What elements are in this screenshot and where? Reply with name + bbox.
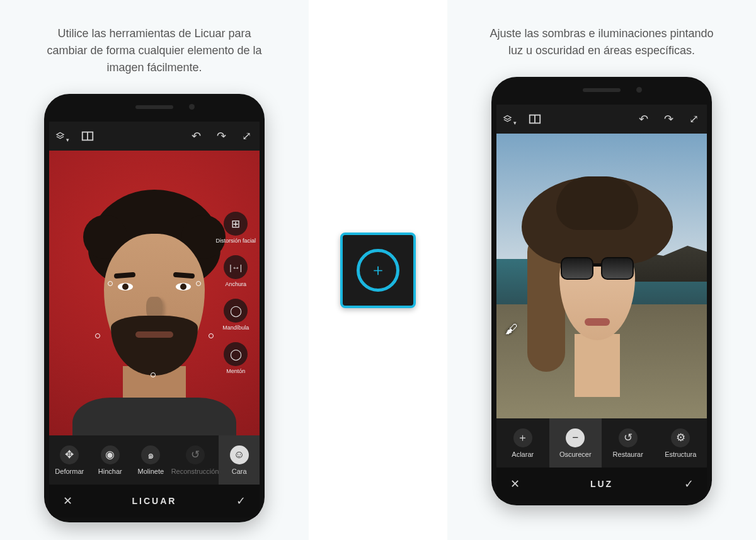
app-topbar: ▾ ↶ ↷ ⤢ xyxy=(496,105,707,134)
bloat-icon: ◉ xyxy=(101,445,120,464)
chin-icon: ◯ xyxy=(224,342,248,366)
layers-icon[interactable]: ▾ xyxy=(503,112,517,126)
phone-mock-right: ▾ ↶ ↷ ⤢ xyxy=(491,77,712,505)
tool-face[interactable]: ☺ Cara xyxy=(219,435,260,485)
face-icon: ☺ xyxy=(230,445,249,464)
panel-liquify: Utilice las herramientas de Licuar para … xyxy=(0,0,309,540)
side-tool-width[interactable]: |↔| Anchura xyxy=(224,255,248,287)
tool-row: ✥ Deformar ◉ Hinchar ๑ Molinete ↺ Recons… xyxy=(49,435,260,485)
confirm-button[interactable]: ✓ xyxy=(682,477,696,491)
face-tool-column: ⊞ Distorsión facial |↔| Anchura ◯ Mandíb… xyxy=(215,212,256,374)
chevron-down-icon: ▾ xyxy=(66,137,69,143)
compare-icon[interactable] xyxy=(528,112,542,126)
panel-light: Ajuste las sombras e iluminaciones pinta… xyxy=(447,0,756,540)
warp-icon: ✥ xyxy=(60,445,79,464)
face-marker[interactable] xyxy=(196,281,201,286)
tool-lighten[interactable]: ＋ Aclarar xyxy=(496,418,549,468)
landscape-photo xyxy=(496,134,707,418)
side-tool-chin[interactable]: ◯ Mentón xyxy=(224,342,248,374)
layers-icon[interactable]: ▾ xyxy=(55,129,69,143)
tool-structure[interactable]: ⚙ Estructura xyxy=(655,418,707,468)
grid-warp-icon: ⊞ xyxy=(224,212,248,236)
confirm-bar: ✕ LUZ ✓ xyxy=(496,468,707,500)
tool-twirl[interactable]: ๑ Molinete xyxy=(130,435,171,485)
side-tool-distorsion[interactable]: ⊞ Distorsión facial xyxy=(215,212,256,244)
tool-label: Aclarar xyxy=(512,451,534,458)
tool-row: ＋ Aclarar − Oscurecer ↺ Restaurar ⚙ Estr… xyxy=(496,418,707,468)
side-tool-label: Mandíbula xyxy=(222,325,249,331)
close-button[interactable]: ✕ xyxy=(60,494,74,508)
tool-label: Oscurecer xyxy=(559,451,592,458)
tool-darken[interactable]: − Oscurecer xyxy=(549,418,602,468)
mode-title: LICUAR xyxy=(132,496,177,506)
tool-label: Molinete xyxy=(138,468,164,475)
redo-icon[interactable]: ↷ xyxy=(662,112,675,126)
confirm-bar: ✕ LICUAR ✓ xyxy=(49,485,260,517)
center-column: ＋ xyxy=(309,0,447,540)
mode-title: LUZ xyxy=(590,479,613,489)
tool-label: Reconstrucción xyxy=(171,468,219,475)
face-marker[interactable] xyxy=(151,372,156,377)
compare-icon[interactable] xyxy=(81,129,94,143)
app-topbar: ▾ ↶ ↷ ⤢ xyxy=(49,122,260,151)
side-tool-label: Distorsión facial xyxy=(215,238,256,244)
heal-plus-icon: ＋ xyxy=(357,249,399,292)
fullscreen-icon[interactable]: ⤢ xyxy=(687,112,701,126)
redo-icon[interactable]: ↷ xyxy=(214,129,228,143)
caption-left: Utilice las herramientas de Licuar para … xyxy=(41,25,268,76)
close-button[interactable]: ✕ xyxy=(508,477,522,491)
undo-icon[interactable]: ↶ xyxy=(636,112,650,126)
tool-label: Deformar xyxy=(55,468,84,475)
fullscreen-icon[interactable]: ⤢ xyxy=(239,129,253,143)
editor-canvas[interactable]: 🖌 xyxy=(496,134,707,418)
jaw-icon: ◯ xyxy=(224,299,248,323)
brush-icon: 🖌 xyxy=(505,322,518,336)
app-icon: ＋ xyxy=(340,233,416,308)
tool-label: Estructura xyxy=(665,451,696,458)
tool-reconstruct: ↺ Reconstrucción xyxy=(171,435,219,485)
face-marker[interactable] xyxy=(108,281,113,286)
undo-icon[interactable]: ↶ xyxy=(189,129,203,143)
caption-right: Ajuste las sombras e iluminaciones pinta… xyxy=(488,25,715,59)
tool-label: Hinchar xyxy=(98,468,122,475)
chevron-down-icon: ▾ xyxy=(513,120,517,126)
confirm-button[interactable]: ✓ xyxy=(234,494,248,508)
tool-bloat[interactable]: ◉ Hinchar xyxy=(90,435,131,485)
restore-icon: ↺ xyxy=(619,428,638,447)
reconstruct-icon: ↺ xyxy=(186,445,205,464)
face-marker[interactable] xyxy=(209,333,214,338)
side-tool-jaw[interactable]: ◯ Mandíbula xyxy=(222,299,249,331)
tool-label: Cara xyxy=(232,468,247,475)
plus-circle-icon: ＋ xyxy=(513,428,532,447)
editor-canvas[interactable]: ⊞ Distorsión facial |↔| Anchura ◯ Mandíb… xyxy=(49,151,260,435)
twirl-icon: ๑ xyxy=(141,445,160,464)
face-marker[interactable] xyxy=(95,333,100,338)
side-tool-label: Anchura xyxy=(225,281,246,287)
side-tool-label: Mentón xyxy=(226,368,245,374)
width-icon: |↔| xyxy=(224,255,248,279)
tool-warp[interactable]: ✥ Deformar xyxy=(49,435,90,485)
structure-icon: ⚙ xyxy=(671,428,690,447)
phone-mock-left: ▾ ↶ ↷ ⤢ xyxy=(44,94,265,522)
minus-circle-icon: − xyxy=(566,428,585,447)
tool-restore[interactable]: ↺ Restaurar xyxy=(602,418,655,468)
tool-label: Restaurar xyxy=(613,451,643,458)
